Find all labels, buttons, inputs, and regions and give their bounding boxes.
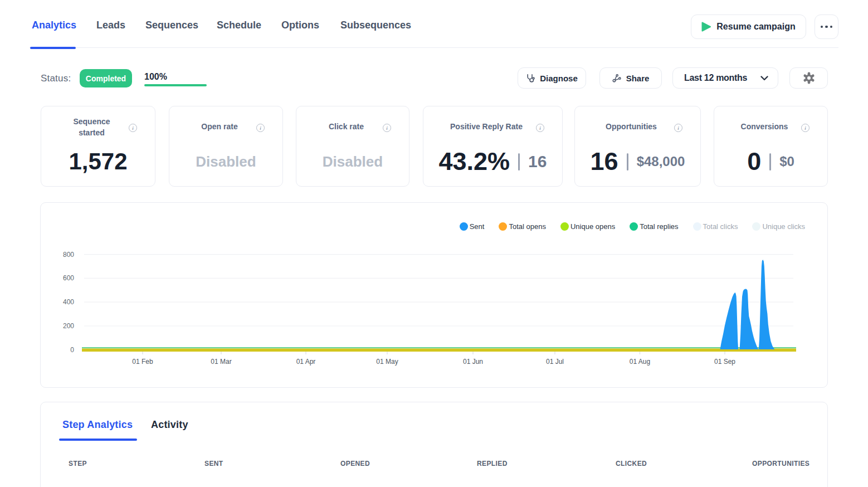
svg-text:01 Mar: 01 Mar	[211, 358, 231, 366]
svg-text:200: 200	[63, 322, 74, 330]
svg-text:800: 800	[63, 251, 74, 259]
svg-text:600: 600	[63, 274, 74, 282]
svg-text:01 Jul: 01 Jul	[546, 358, 564, 366]
svg-text:400: 400	[63, 298, 74, 306]
svg-text:01 Aug: 01 Aug	[630, 358, 650, 366]
svg-text:01 Jun: 01 Jun	[463, 358, 483, 366]
svg-text:0: 0	[70, 346, 74, 354]
svg-text:01 May: 01 May	[376, 358, 398, 366]
svg-text:01 Apr: 01 Apr	[296, 358, 316, 366]
svg-text:01 Sep: 01 Sep	[714, 358, 735, 366]
svg-text:01 Feb: 01 Feb	[132, 358, 153, 366]
